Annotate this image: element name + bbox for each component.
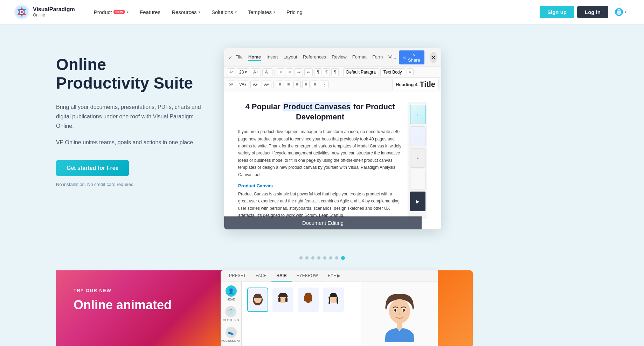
category-head[interactable]: 👤 HEAD — [226, 285, 237, 301]
bottom-section: TRY OUR NEW Online animated PRESET FACE … — [0, 270, 644, 346]
tab-hair[interactable]: HAIR — [271, 270, 291, 282]
category-accessory[interactable]: 👟 ACCESSORY — [221, 327, 241, 342]
character-preview — [361, 282, 438, 346]
dot-2[interactable] — [305, 256, 309, 260]
nav-resources[interactable]: Resources ▾ — [167, 6, 205, 18]
hero-description-2: VP Online unites teams, goals and action… — [56, 138, 203, 147]
menu-insert[interactable]: Insert — [266, 54, 278, 61]
dot-6[interactable] — [329, 256, 332, 260]
character-category-sidebar: 👤 HEAD 👕 CLOTHING 👟 ACCESSORY — [221, 282, 242, 346]
document-link[interactable]: Product Canvas — [238, 183, 402, 188]
menu-home[interactable]: Home — [248, 54, 261, 61]
bottom-promo-label: TRY OUR NEW — [74, 288, 214, 293]
signup-button[interactable]: Sign up — [540, 6, 574, 18]
va-button[interactable]: VA▾ — [237, 81, 249, 88]
paragraph-button[interactable]: ¶ — [314, 68, 321, 76]
tab-eyebrow[interactable]: EYEBROW — [292, 270, 323, 282]
thumbnail-1[interactable]: ▶ — [410, 105, 425, 124]
tab-eye[interactable]: EYE ▶ — [323, 270, 345, 282]
menu-format[interactable]: Format — [352, 54, 367, 61]
align-justify-button[interactable]: ≡ — [302, 81, 310, 88]
indent-button[interactable]: ⇥ — [295, 68, 303, 76]
hair-option-2[interactable] — [272, 288, 293, 312]
paragraph2-button[interactable]: ¶ — [323, 68, 330, 76]
superscript-button[interactable]: x² — [227, 81, 235, 88]
get-started-button[interactable]: Get started for Free — [56, 160, 129, 176]
font-decrease-button[interactable]: A+ — [262, 68, 272, 76]
category-clothing[interactable]: 👕 CLOTHING — [223, 306, 239, 322]
accessory-icon: 👟 — [226, 327, 237, 338]
document-title: 4 Popular Product Canvases for ProductDe… — [238, 102, 402, 122]
menu-vi[interactable]: Vi... — [388, 54, 396, 61]
align-left-button[interactable]: ≡ — [276, 81, 283, 88]
editor-menu-items: File Home Insert Layout References Revie… — [235, 54, 396, 61]
editor-toolbar-row2: x² VA▾ A▾ A▾ ≡ ≡ ≡ ≡ ≡ ⋮ Heading 4 Title — [224, 78, 441, 91]
align-right-button[interactable]: ≡ — [293, 81, 301, 88]
more-styles-button[interactable]: » — [407, 68, 414, 76]
hair-option-4[interactable] — [323, 288, 344, 312]
highlight-button[interactable]: A▾ — [262, 81, 271, 88]
thumbnail-4[interactable] — [410, 170, 425, 189]
thumbnail-3[interactable]: ▶ — [410, 148, 425, 168]
dot-3[interactable] — [311, 256, 314, 260]
unordered-list-button[interactable]: ≡ — [277, 68, 284, 76]
line-spacing-button[interactable]: ≡ — [311, 81, 318, 88]
dot-8[interactable] — [341, 256, 345, 260]
nav-features[interactable]: Features — [135, 6, 165, 18]
menu-references[interactable]: References — [303, 54, 326, 61]
language-selector[interactable]: 🌐 ▾ — [611, 5, 630, 19]
thumbnail-2[interactable] — [410, 126, 425, 146]
dot-1[interactable] — [299, 256, 303, 260]
font-increase-button[interactable]: A+ — [251, 68, 261, 76]
font-size-selector[interactable]: 28 ▾ — [237, 68, 249, 76]
hair-option-1[interactable] — [247, 288, 268, 312]
paragraph3-button[interactable]: ¶ — [331, 68, 338, 76]
logo[interactable]: VisualParadigm Online — [14, 4, 75, 20]
logo-icon — [14, 4, 29, 20]
nav-product[interactable]: Product NEW ▾ — [89, 6, 133, 18]
outdent-button[interactable]: ⇤ — [304, 68, 313, 76]
hair-option-3[interactable] — [298, 288, 319, 312]
login-button[interactable]: Log in — [577, 6, 608, 18]
menu-form[interactable]: Form — [372, 54, 383, 61]
share-button[interactable]: < < Share — [399, 50, 424, 64]
paragraph-style-selector[interactable]: Default Paragra — [343, 68, 379, 76]
nav-templates[interactable]: Templates ▾ — [243, 6, 280, 18]
text-body-selector[interactable]: Text Body — [380, 68, 405, 76]
editor-content-area: 4 Popular Product Canvases for ProductDe… — [224, 91, 441, 229]
nav-solutions[interactable]: Solutions ▾ — [207, 6, 242, 18]
tab-face[interactable]: FACE — [251, 270, 271, 282]
dot-5[interactable] — [323, 256, 326, 260]
bottom-promo-block: TRY OUR NEW Online animated — [56, 270, 231, 346]
dot-4[interactable] — [317, 256, 320, 260]
align-center-button[interactable]: ≡ — [285, 81, 292, 88]
editor-mockup: ✓ File Home Insert Layout References Rev… — [224, 48, 441, 229]
menu-review[interactable]: Review — [332, 54, 347, 61]
svg-point-18 — [395, 309, 396, 311]
resources-chevron-icon: ▾ — [199, 10, 200, 14]
heading-style-selector[interactable]: Heading 4 Title — [393, 79, 438, 90]
hair-options — [247, 288, 355, 312]
thumbnail-play[interactable]: ▶ — [410, 192, 425, 211]
undo-button[interactable]: ↩ — [227, 68, 235, 76]
dot-7[interactable] — [335, 256, 338, 260]
orange-accent-block — [438, 270, 473, 346]
nav-actions: Sign up Log in 🌐 ▾ — [540, 5, 630, 19]
character-preview-image — [379, 286, 421, 342]
no-install-text: No installation. No credit card required… — [56, 182, 135, 187]
nav-pricing[interactable]: Pricing — [282, 6, 307, 18]
editor-document[interactable]: 4 Popular Product Canvases for ProductDe… — [238, 102, 402, 219]
ordered-list-button[interactable]: ≡ — [286, 68, 293, 76]
hero-text: Online Productivity Suite Bring all your… — [56, 48, 203, 187]
font-color-button[interactable]: A▾ — [250, 81, 260, 88]
bottom-promo-title: Online animated — [74, 297, 214, 312]
share-icon: < — [403, 55, 406, 60]
product-chevron-icon: ▾ — [127, 10, 129, 14]
menu-file[interactable]: File — [235, 54, 243, 61]
editor-menubar: ✓ File Home Insert Layout References Rev… — [224, 48, 441, 67]
more-align-button[interactable]: ⋮ — [320, 81, 329, 88]
tab-preset[interactable]: PRESET — [224, 270, 251, 282]
play-icon: ▶ — [416, 199, 420, 204]
svg-rect-9 — [278, 297, 281, 302]
menu-layout[interactable]: Layout — [284, 54, 297, 61]
